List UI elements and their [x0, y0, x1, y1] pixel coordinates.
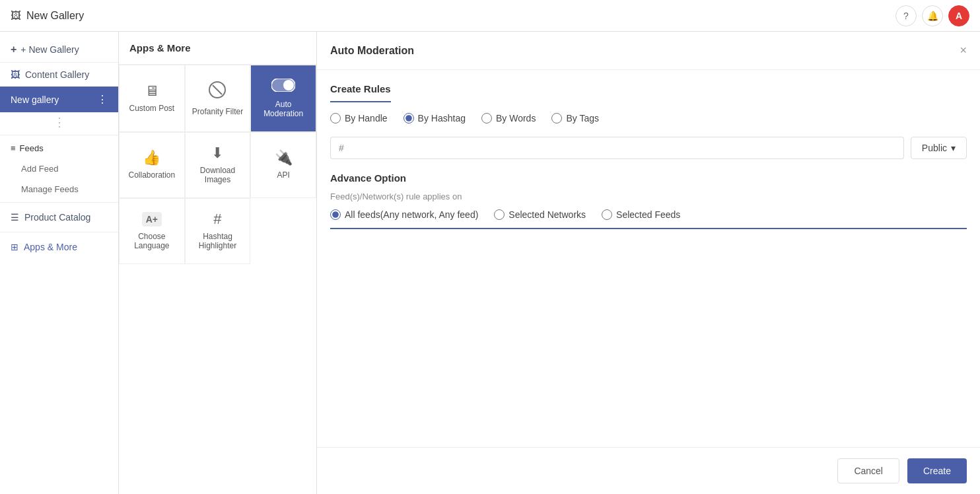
- svg-point-4: [283, 80, 294, 90]
- chevron-down-icon: ▾: [951, 143, 956, 153]
- download-images-label: Download Images: [192, 166, 244, 184]
- by-tags-label: By Tags: [566, 113, 599, 124]
- api-label: API: [277, 170, 289, 180]
- hashtag-input-row: # Public ▾: [330, 137, 967, 159]
- filter-type-radio-group: By Handle By Hashtag By Words: [330, 113, 967, 124]
- create-button[interactable]: Create: [907, 458, 967, 483]
- app-item-profanity-filter[interactable]: Profanity Filter: [185, 65, 251, 132]
- advance-option-title: Advance Option: [330, 172, 967, 184]
- manage-feeds-label: Manage Feeds: [21, 184, 79, 194]
- sidebar-item-apps-more[interactable]: ⊞ Apps & More: [0, 235, 118, 259]
- choose-language-label: Choose Language: [126, 232, 178, 250]
- all-feeds-label: All feeds(Any network, Any feed): [345, 209, 478, 220]
- sidebar-divider-2: [0, 202, 118, 203]
- sidebar-item-product-catalog[interactable]: ☰ Product Catalog: [0, 205, 118, 229]
- new-gallery-active-label: New gallery: [11, 94, 59, 105]
- api-icon: 🔌: [275, 151, 293, 165]
- choose-language-icon: A+: [142, 212, 162, 227]
- advance-option-section: Advance Option Feed(s)/Network(s) rule a…: [330, 172, 967, 229]
- top-bar-title: 🖼 New Gallery: [11, 10, 84, 22]
- selected-feeds-radio[interactable]: [602, 209, 612, 220]
- bell-button[interactable]: 🔔: [922, 5, 943, 26]
- sidebar-divider-3: [0, 232, 118, 232]
- by-words-label: By Words: [496, 113, 536, 124]
- modal-panel: Auto Moderation × Create Rules By Handle: [317, 32, 980, 494]
- top-bar-gallery-name: New Gallery: [26, 10, 84, 22]
- apps-more-label: Apps & More: [24, 242, 77, 252]
- app-item-custom-post[interactable]: 🖥 Custom Post: [119, 65, 185, 132]
- selected-feeds-label: Selected Feeds: [616, 209, 680, 220]
- radio-option-by-handle[interactable]: By Handle: [330, 113, 388, 124]
- help-icon: ?: [903, 11, 909, 21]
- apps-panel: Apps & More 🖥 Custom Post Profanity Filt…: [119, 32, 317, 494]
- new-gallery-label: + New Gallery: [20, 44, 79, 55]
- sidebar-item-new-gallery-active[interactable]: New gallery ⋮: [0, 87, 118, 112]
- content-area: Apps & More 🖥 Custom Post Profanity Filt…: [119, 32, 980, 494]
- cancel-button[interactable]: Cancel: [837, 458, 899, 483]
- sidebar-item-content-gallery[interactable]: 🖼 Content Gallery: [0, 63, 118, 87]
- app-item-api[interactable]: 🔌 API: [250, 132, 316, 198]
- feeds-label: Feeds: [20, 143, 44, 153]
- hashtag-highlighter-label: Hashtag Highlighter: [192, 232, 244, 250]
- close-button[interactable]: ×: [960, 44, 967, 57]
- create-rules-title: Create Rules: [330, 83, 391, 102]
- modal-header: Auto Moderation ×: [317, 32, 980, 70]
- collaboration-label: Collaboration: [128, 170, 175, 180]
- custom-post-icon: 🖥: [145, 84, 159, 98]
- radio-option-by-words[interactable]: By Words: [481, 113, 536, 124]
- sidebar-divider-1: [0, 135, 118, 135]
- modal-footer: Cancel Create: [317, 447, 980, 494]
- sidebar-item-manage-feeds[interactable]: Manage Feeds: [0, 179, 118, 199]
- selected-networks-label: Selected Networks: [508, 209, 586, 220]
- apps-panel-title: Apps & More: [129, 42, 191, 53]
- three-dots-icon[interactable]: ⋮: [97, 93, 108, 106]
- radio-option-by-tags[interactable]: By Tags: [551, 113, 599, 124]
- profanity-filter-icon: [208, 81, 227, 102]
- feeds-network-label: Feed(s)/Network(s) rule applies on: [330, 192, 967, 201]
- by-handle-radio[interactable]: [330, 113, 341, 124]
- app-item-download-images[interactable]: ⬇ Download Images: [185, 132, 251, 198]
- app-item-collaboration[interactable]: 👍 Collaboration: [119, 132, 185, 198]
- feeds-radio-group: All feeds(Any network, Any feed) Selecte…: [330, 209, 967, 229]
- new-gallery-button[interactable]: + + New Gallery: [0, 37, 118, 63]
- modal-title: Auto Moderation: [330, 45, 414, 57]
- sidebar-feeds-header[interactable]: ≡ Feeds: [0, 138, 118, 159]
- all-feeds-radio[interactable]: [330, 209, 341, 220]
- radio-option-by-hashtag[interactable]: By Hashtag: [403, 113, 466, 124]
- apps-panel-header: Apps & More: [119, 32, 316, 65]
- app-item-choose-language[interactable]: A+ Choose Language: [119, 198, 185, 264]
- selected-networks-radio[interactable]: [494, 209, 505, 220]
- app-item-auto-moderation[interactable]: Auto Moderation: [250, 65, 316, 132]
- app-item-hashtag-highlighter[interactable]: # Hashtag Highlighter: [185, 198, 251, 264]
- gallery-sidebar-icon: 🖼: [11, 69, 20, 80]
- help-button[interactable]: ?: [895, 5, 917, 26]
- by-hashtag-label: By Hashtag: [418, 113, 466, 124]
- top-bar: 🖼 New Gallery ? 🔔 A: [0, 0, 980, 32]
- gallery-icon: 🖼: [11, 10, 21, 22]
- by-hashtag-radio[interactable]: [403, 113, 414, 124]
- auto-moderation-icon: [271, 79, 295, 94]
- sidebar-more-dots: ⋮: [0, 112, 118, 132]
- by-words-radio[interactable]: [481, 113, 492, 124]
- modal-content: Create Rules By Handle By Hashtag: [317, 70, 980, 447]
- svg-line-1: [213, 85, 222, 94]
- public-dropdown[interactable]: Public ▾: [911, 137, 967, 159]
- radio-option-selected-feeds[interactable]: Selected Feeds: [602, 209, 680, 220]
- collaboration-icon: 👍: [143, 151, 160, 165]
- add-feed-label: Add Feed: [21, 164, 58, 174]
- by-tags-radio[interactable]: [551, 113, 562, 124]
- custom-post-label: Custom Post: [129, 104, 174, 113]
- sidebar-item-add-feed[interactable]: Add Feed: [0, 159, 118, 179]
- product-catalog-label: Product Catalog: [24, 212, 90, 223]
- profanity-filter-label: Profanity Filter: [192, 107, 243, 116]
- product-catalog-icon: ☰: [11, 212, 19, 223]
- hashtag-input-wrapper: #: [330, 137, 904, 159]
- avatar-button[interactable]: A: [948, 5, 969, 26]
- feeds-icon: ≡: [11, 143, 16, 153]
- hashtag-text-input[interactable]: [347, 137, 904, 159]
- auto-moderation-label: Auto Moderation: [258, 100, 309, 118]
- radio-option-selected-networks[interactable]: Selected Networks: [494, 209, 586, 220]
- radio-option-all-feeds[interactable]: All feeds(Any network, Any feed): [330, 209, 478, 220]
- hashtag-highlighter-icon: #: [213, 212, 221, 227]
- download-images-icon: ⬇: [211, 146, 223, 160]
